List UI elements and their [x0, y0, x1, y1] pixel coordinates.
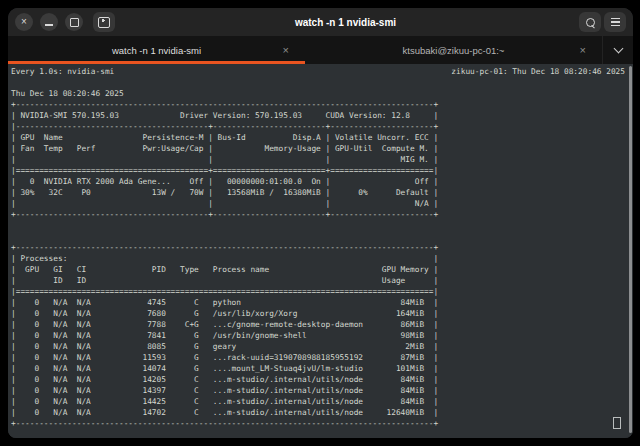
terminal-line: | 0 N/A N/A 7841 G /usr/bin/gnome-shell … [11, 330, 633, 341]
scrollbar[interactable] [629, 66, 632, 433]
terminal-line [11, 77, 633, 88]
minimize-button[interactable] [40, 13, 58, 31]
search-button[interactable] [579, 12, 601, 32]
terminal-line: +---------------------------------------… [11, 99, 633, 110]
terminal-line: | 0 N/A N/A 7788 C+G ...c/gnome-remote-d… [11, 319, 633, 330]
terminal-cursor [613, 417, 621, 429]
close-icon: × [21, 17, 27, 27]
terminal-line: | 0 N/A N/A 14702 C ...m-studio/.interna… [11, 407, 633, 418]
terminal-line: |=======================================… [11, 165, 633, 176]
tab-close-icon[interactable]: × [283, 45, 289, 56]
terminal-line: +---------------------------------------… [11, 209, 633, 220]
terminal-line: | 0 N/A N/A 14205 C ...m-studio/.interna… [11, 374, 633, 385]
terminal-line: | 0 N/A N/A 8085 G geary 2MiB | [11, 341, 633, 352]
terminal-line: | NVIDIA-SMI 570.195.03 Driver Version: … [11, 110, 633, 121]
header-actions [576, 12, 626, 32]
terminal-line: Thu Dec 18 08:20:46 2025 [11, 88, 633, 99]
watch-interval-text: Every 1.0s: nvidia-smi [11, 66, 114, 77]
terminal-line: | 0 NVIDIA RTX 2000 Ada Gene... Off | 00… [11, 176, 633, 187]
maximize-icon [70, 18, 79, 27]
terminal-line: | | | MIG M. | [11, 154, 633, 165]
terminal-line: | 0 N/A N/A 11593 G ...rack-uuid=3190708… [11, 352, 633, 363]
tab-label: watch -n 1 nvidia-smi [112, 45, 201, 56]
terminal-screen[interactable]: Every 1.0s: nvidia-smi zikuu-pc-01: Thu … [8, 64, 633, 438]
terminal-output: Thu Dec 18 08:20:46 2025+---------------… [11, 77, 633, 429]
tab-list-button[interactable] [602, 36, 633, 64]
terminal-line: | 0 N/A N/A 7680 G /usr/lib/xorg/Xorg 16… [11, 308, 633, 319]
terminal-line: | GPU GI CI PID Type Process name GPU Me… [11, 264, 633, 275]
terminal-line: | Processes: | [11, 253, 633, 264]
window-controls: × [15, 12, 115, 32]
host-time-text: zikuu-pc-01: Thu Dec 18 08:20:46 2025 [451, 66, 625, 77]
terminal-line: | 0 N/A N/A 14074 G ....mount_LM-Stuaq4j… [11, 363, 633, 374]
terminal-line [11, 220, 633, 231]
tab-close-icon[interactable]: × [580, 45, 586, 56]
menu-button[interactable] [604, 12, 626, 32]
window-title: watch -n 1 nvidia-smi [119, 17, 572, 28]
header-bar: × watch -n 1 nvidia-smi [8, 8, 633, 36]
hamburger-menu-icon [611, 18, 620, 26]
tab-bar: watch -n 1 nvidia-smi × ktsubaki@zikuu-p… [8, 36, 633, 64]
terminal-line: +---------------------------------------… [11, 418, 633, 429]
search-icon [586, 18, 595, 27]
new-tab-button[interactable] [93, 12, 115, 32]
terminal-line: | ID ID Usage | [11, 275, 633, 286]
terminal-line [11, 231, 633, 242]
terminal-line: | 30% 32C P0 13W / 70W | 13568MiB / 1638… [11, 187, 633, 198]
terminal-line: | Fan Temp Perf Pwr:Usage/Cap | Memory-U… [11, 143, 633, 154]
terminal-line: |---------------------------------------… [11, 121, 633, 132]
terminal-line: |=======================================… [11, 286, 633, 297]
tab-watch-nvidia-smi[interactable]: watch -n 1 nvidia-smi × [8, 36, 305, 64]
terminal-line: +---------------------------------------… [11, 242, 633, 253]
new-tab-icon [98, 17, 110, 28]
watch-header-line: Every 1.0s: nvidia-smi zikuu-pc-01: Thu … [11, 66, 633, 77]
close-button[interactable]: × [15, 13, 33, 31]
maximize-button[interactable] [65, 13, 83, 31]
terminal-line: | | | N/A | [11, 198, 633, 209]
minimize-icon [45, 24, 53, 26]
terminal-line: | GPU Name Persistence-M | Bus-Id Disp.A… [11, 132, 633, 143]
terminal-line: | 0 N/A N/A 14425 C ...m-studio/.interna… [11, 396, 633, 407]
chevron-down-icon [613, 44, 623, 54]
terminal-window: × watch -n 1 nvidia-smi watch -n 1 nvi [8, 8, 633, 438]
terminal-line: | 0 N/A N/A 4745 C python 84MiB | [11, 297, 633, 308]
tab-label: ktsubaki@zikuu-pc-01:~ [403, 45, 505, 56]
terminal-line: | 0 N/A N/A 14397 C ...m-studio/.interna… [11, 385, 633, 396]
tab-shell-session[interactable]: ktsubaki@zikuu-pc-01:~ × [305, 36, 602, 64]
